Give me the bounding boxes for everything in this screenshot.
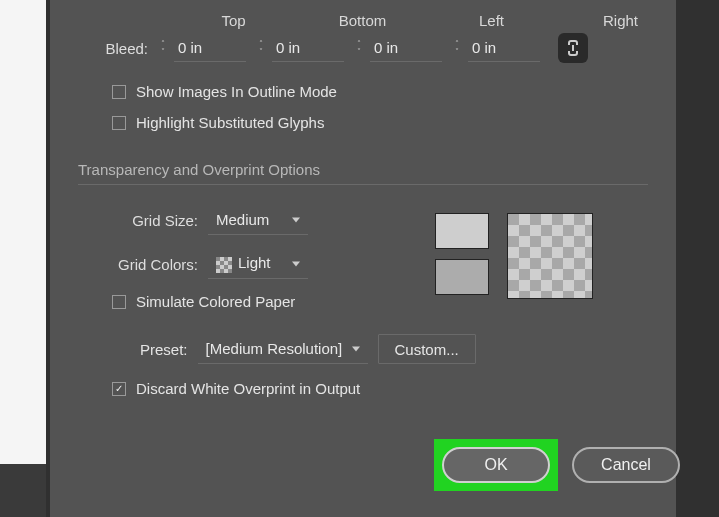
highlight-glyphs-label: Highlight Substituted Glyphs (136, 114, 324, 131)
show-images-row: Show Images In Outline Mode (112, 83, 648, 100)
header-left: Left (464, 12, 519, 29)
app-background: Top Bottom Left Right Bleed: ˄˅ ˄˅ ˄˅ ˄˅ (0, 0, 719, 517)
checker-swatch-icon (216, 257, 232, 273)
bleed-bottom-stepper[interactable]: ˄˅ (254, 34, 344, 62)
canvas-area (0, 464, 46, 517)
stepper-arrows-icon[interactable]: ˄˅ (254, 34, 268, 62)
bleed-bottom-input[interactable] (272, 34, 344, 62)
divider (78, 184, 648, 185)
document-setup-dialog: Top Bottom Left Right Bleed: ˄˅ ˄˅ ˄˅ ˄˅ (50, 0, 676, 517)
stepper-arrows-icon[interactable]: ˄˅ (352, 34, 366, 62)
bleed-row: Bleed: ˄˅ ˄˅ ˄˅ ˄˅ (78, 33, 648, 63)
show-images-label: Show Images In Outline Mode (136, 83, 337, 100)
color-swatch-light[interactable] (435, 213, 489, 249)
ok-button[interactable]: OK (442, 447, 550, 483)
bleed-left-stepper[interactable]: ˄˅ (352, 34, 442, 62)
dialog-buttons: OK Cancel (434, 439, 680, 491)
ok-highlight: OK (434, 439, 558, 491)
preset-dropdown[interactable]: [Medium Resolution] (198, 334, 368, 364)
simulate-paper-checkbox[interactable] (112, 295, 126, 309)
custom-button[interactable]: Custom... (378, 334, 476, 364)
show-images-checkbox[interactable] (112, 85, 126, 99)
bleed-right-input[interactable] (468, 34, 540, 62)
grid-size-label: Grid Size: (78, 212, 198, 229)
bleed-label: Bleed: (78, 40, 148, 57)
bleed-left-input[interactable] (370, 34, 442, 62)
cancel-button[interactable]: Cancel (572, 447, 680, 483)
preset-label: Preset: (140, 341, 188, 358)
discard-white-label: Discard White Overprint in Output (136, 380, 360, 397)
highlight-glyphs-checkbox[interactable] (112, 116, 126, 130)
bleed-right-stepper[interactable]: ˄˅ (450, 34, 540, 62)
link-icon (566, 39, 580, 57)
discard-white-row: Discard White Overprint in Output (112, 380, 648, 397)
header-right: Right (593, 12, 648, 29)
grid-colors-dropdown[interactable]: Light (208, 249, 308, 279)
bleed-headers: Top Bottom Left Right (206, 12, 648, 29)
link-values-button[interactable] (558, 33, 588, 63)
stepper-arrows-icon[interactable]: ˄˅ (450, 34, 464, 62)
grid-size-dropdown[interactable]: Medium (208, 205, 308, 235)
discard-white-checkbox[interactable] (112, 382, 126, 396)
highlight-glyphs-row: Highlight Substituted Glyphs (112, 114, 648, 131)
transparency-preview (435, 213, 593, 299)
document-edge (0, 0, 46, 464)
grid-colors-label: Grid Colors: (78, 256, 198, 273)
bleed-top-stepper[interactable]: ˄˅ (156, 34, 246, 62)
header-top: Top (206, 12, 261, 29)
header-bottom: Bottom (335, 12, 390, 29)
stepper-arrows-icon[interactable]: ˄˅ (156, 34, 170, 62)
preset-row: Preset: [Medium Resolution] Custom... (140, 334, 648, 364)
color-swatch-dark[interactable] (435, 259, 489, 295)
simulate-paper-label: Simulate Colored Paper (136, 293, 295, 310)
transparency-grid-preview (507, 213, 593, 299)
bleed-top-input[interactable] (174, 34, 246, 62)
transparency-section-title: Transparency and Overprint Options (78, 161, 648, 178)
